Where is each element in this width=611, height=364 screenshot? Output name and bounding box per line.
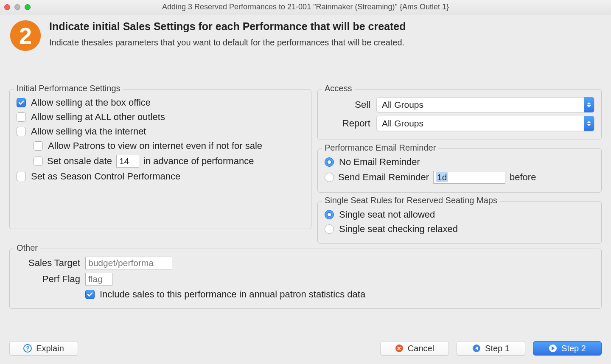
season-control-label: Set as Season Control Performance: [31, 171, 180, 182]
season-control-checkbox[interactable]: [17, 172, 26, 181]
fieldset-other: Other Sales Target Perf Flag Include sal…: [9, 249, 602, 309]
titlebar: Adding 3 Reserved Performances to 21-001…: [0, 0, 611, 14]
back-icon: [473, 344, 480, 352]
single-seat-relaxed-radio[interactable]: [325, 224, 334, 234]
onsale-days-input[interactable]: 14: [116, 155, 139, 168]
perf-flag-label: Perf Flag: [17, 274, 80, 285]
single-seat-relaxed-label: Single seat checking relaxed: [339, 224, 458, 235]
explain-button[interactable]: ? Explain: [9, 341, 78, 356]
access-sell-select[interactable]: All Groups: [376, 97, 594, 112]
access-report-value: All Groups: [382, 118, 423, 129]
set-onsale-date-label-after: in advance of performance: [143, 156, 254, 167]
set-onsale-date-label-before: Set onsale date: [47, 156, 112, 167]
fieldset-initial-settings: Initial Performance Settings Allow selli…: [9, 89, 311, 229]
forward-icon: [549, 344, 557, 352]
single-seat-not-allowed-label: Single seat not allowed: [339, 209, 435, 220]
chevron-updown-icon: [584, 97, 594, 112]
step1-button-label: Step 1: [485, 344, 510, 353]
perf-flag-input[interactable]: [85, 273, 112, 286]
fieldset-email-reminder: Performance Email Reminder No Email Remi…: [317, 148, 602, 193]
access-sell-value: All Groups: [382, 100, 423, 110]
fieldset-single-seat: Single Seat Rules for Reserved Seating M…: [317, 201, 602, 244]
footer-buttons: ? Explain ✕ Cancel Step 1 Step 2: [0, 341, 611, 356]
window-title: Adding 3 Reserved Performances to 21-001…: [0, 3, 611, 11]
chevron-updown-icon: [584, 116, 594, 131]
allow-box-office-label: Allow selling at the box office: [31, 97, 151, 108]
step2-button-label: Step 2: [561, 344, 586, 353]
send-email-reminder-radio[interactable]: [325, 173, 334, 182]
page-subtitle: Indicate thesales parameters that you wa…: [49, 38, 406, 48]
page-title: Indicate initial Sales Settings for each…: [49, 20, 406, 33]
access-report-select[interactable]: All Groups: [376, 116, 594, 131]
no-email-reminder-radio[interactable]: [325, 157, 334, 167]
fieldset-access: Access Sell All Groups Report: [317, 89, 602, 140]
fieldset-legend: Access: [322, 84, 354, 93]
step2-button[interactable]: Step 2: [533, 341, 602, 356]
access-report-label: Report: [325, 118, 370, 129]
fieldset-legend: Initial Performance Settings: [14, 84, 123, 93]
step-number-badge: 2: [10, 20, 41, 51]
explain-button-label: Explain: [36, 344, 64, 353]
step1-button[interactable]: Step 1: [457, 341, 525, 356]
allow-view-internet-checkbox[interactable]: [34, 141, 43, 151]
fieldset-legend: Performance Email Reminder: [322, 143, 438, 153]
reminder-before-label: before: [510, 172, 536, 183]
set-onsale-date-checkbox[interactable]: [34, 157, 43, 166]
window: Adding 3 Reserved Performances to 21-001…: [0, 0, 611, 364]
cancel-icon: ✕: [395, 344, 403, 352]
include-stats-label: Include sales to this performance in ann…: [100, 289, 365, 300]
cancel-button[interactable]: ✕ Cancel: [380, 341, 449, 356]
access-sell-label: Sell: [325, 99, 370, 110]
allow-view-internet-label: Allow Patrons to view on internet even i…: [48, 140, 262, 151]
allow-internet-label: Allow selling via the internet: [31, 126, 146, 137]
wizard-header: 2 Indicate initial Sales Settings for ea…: [0, 14, 611, 55]
fieldset-legend: Single Seat Rules for Reserved Seating M…: [322, 196, 500, 205]
sales-target-label: Sales Target: [17, 258, 80, 269]
fieldset-legend: Other: [14, 243, 40, 253]
allow-other-outlets-checkbox[interactable]: [17, 112, 26, 122]
allow-other-outlets-label: Allow selling at ALL other outlets: [31, 112, 165, 123]
send-email-reminder-label: Send Email Reminder: [338, 172, 429, 183]
single-seat-not-allowed-radio[interactable]: [325, 210, 334, 219]
allow-box-office-checkbox[interactable]: [17, 98, 26, 107]
sales-target-input[interactable]: [85, 257, 172, 269]
no-email-reminder-label: No Email Reminder: [339, 157, 420, 168]
include-stats-checkbox[interactable]: [85, 290, 95, 299]
reminder-duration-input[interactable]: 1d: [433, 171, 505, 184]
cancel-button-label: Cancel: [408, 344, 434, 353]
allow-internet-checkbox[interactable]: [17, 127, 26, 136]
help-icon: ?: [23, 344, 32, 353]
